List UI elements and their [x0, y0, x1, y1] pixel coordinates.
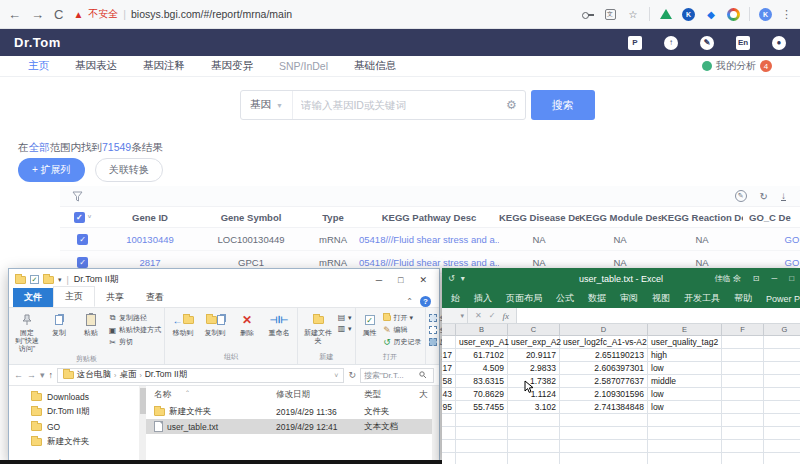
cell[interactable]: [722, 388, 764, 401]
minimize-icon[interactable]: ─: [376, 275, 382, 285]
undo-icon[interactable]: ↺: [448, 274, 455, 283]
bookmark-star-icon[interactable]: ☆: [626, 7, 640, 21]
cell[interactable]: 2.651190213: [560, 349, 648, 362]
sheet-row[interactable]: [442, 440, 800, 453]
tab-insert[interactable]: 插入: [467, 292, 499, 305]
cell[interactable]: 4.509: [456, 362, 508, 375]
menu-view[interactable]: 查看: [135, 288, 175, 307]
tab-gene-expression[interactable]: 基因表达: [75, 59, 117, 73]
tab-review[interactable]: 审阅: [613, 292, 645, 305]
cell[interactable]: 2.741384848: [560, 401, 648, 414]
col-name[interactable]: 名称⌃: [146, 389, 276, 401]
sheet-row[interactable]: 17 4.509 2.9833 2.606397301 low: [442, 362, 800, 375]
minimize-icon[interactable]: ─: [771, 274, 777, 283]
search-category-dropdown[interactable]: 基因 ▼: [241, 91, 293, 119]
tab-data[interactable]: 数据: [581, 292, 613, 305]
pointer-extension-icon[interactable]: ◆: [704, 7, 718, 21]
cell[interactable]: user_exp_A2: [508, 336, 560, 349]
tab-gene-annotation[interactable]: 基因注释: [143, 59, 185, 73]
new-folder-button[interactable]: 新建文件夹: [301, 310, 335, 345]
tab-developer[interactable]: 开发工具: [677, 292, 727, 305]
filelist-scrollbar[interactable]: [432, 386, 439, 460]
name-box[interactable]: ▾: [442, 308, 468, 323]
cell[interactable]: [722, 401, 764, 414]
colorful-extension-icon[interactable]: [727, 8, 740, 21]
cell[interactable]: [764, 362, 800, 375]
translate-icon[interactable]: 文: [605, 9, 616, 20]
chevron-down-icon[interactable]: ˅: [334, 372, 338, 379]
excel-user-name[interactable]: 佳临 余: [715, 273, 741, 284]
rename-button[interactable]: ⊣Ⅰ⊢ 重命名: [264, 310, 294, 337]
tab-formulas[interactable]: 公式: [549, 292, 581, 305]
pin-quick-access-button[interactable]: 固定到"快速访问": [12, 310, 42, 353]
refresh-icon[interactable]: ↻: [348, 370, 356, 380]
copy-button[interactable]: 复制: [44, 310, 74, 337]
cell[interactable]: 20.9117: [508, 349, 560, 362]
cell[interactable]: low: [648, 362, 722, 375]
col-gene-id[interactable]: Gene ID: [105, 212, 195, 223]
insert-function-icon[interactable]: fx: [502, 311, 509, 321]
col-header-a-partial[interactable]: [442, 324, 456, 335]
cell[interactable]: 2.587077637: [560, 375, 648, 388]
crumb-this-pc[interactable]: 这台电脑: [77, 369, 111, 381]
col-kegg-module[interactable]: KEGG Module Desc: [579, 212, 661, 223]
browser-menu-icon[interactable]: ⋮: [781, 8, 792, 21]
go-c-link[interactable]: GO:0045121: [743, 234, 800, 245]
tab-power-pivot[interactable]: Power Pivot: [759, 294, 800, 304]
gene-id-link[interactable]: 2817: [105, 257, 195, 268]
paste-shortcut-button[interactable]: ▣粘贴快捷方式: [108, 325, 161, 335]
crumb-current-folder[interactable]: Dr.Tom II期: [145, 369, 188, 381]
sheet-row[interactable]: [442, 414, 800, 427]
sheet-row[interactable]: 17 61.7102 20.9117 2.651190213 high: [442, 349, 800, 362]
excel-titlebar[interactable]: ↺ ▾ user_table.txt - Excel 佳临 余 ⊡ ─ □: [442, 268, 800, 289]
col-header-g[interactable]: G: [764, 324, 800, 335]
tab-home-partial[interactable]: 始: [444, 292, 467, 305]
col-header-e[interactable]: E: [648, 324, 722, 335]
help-icon[interactable]: ?: [420, 296, 431, 307]
gene-id-link[interactable]: 100130449: [105, 234, 195, 245]
select-all-checkbox[interactable]: ✓: [74, 212, 85, 223]
col-go-c[interactable]: GO_C De: [743, 212, 800, 223]
properties-check-icon[interactable]: ✓: [30, 275, 39, 284]
cell[interactable]: low: [648, 401, 722, 414]
cell[interactable]: [764, 401, 800, 414]
close-icon[interactable]: ✕: [419, 275, 427, 285]
cancel-icon[interactable]: ✕: [475, 311, 482, 320]
col-header-f[interactable]: F: [722, 324, 764, 335]
cell[interactable]: 2.109301596: [560, 388, 648, 401]
crumb-desktop[interactable]: 桌面: [119, 369, 136, 381]
chevron-down-icon[interactable]: ˅: [88, 214, 92, 220]
sheet-row[interactable]: 95 55.7455 3.102 2.741384848 low: [442, 401, 800, 414]
language-en-icon[interactable]: En: [736, 36, 750, 50]
search-input[interactable]: [293, 92, 498, 118]
chevron-down-icon[interactable]: ▾: [40, 370, 45, 380]
folder-icon[interactable]: [43, 276, 54, 284]
paste-button[interactable]: 粘贴: [76, 310, 106, 337]
profile-avatar[interactable]: K: [759, 8, 772, 21]
nav-new-folder[interactable]: 新建文件夹: [9, 434, 139, 450]
copy-path-button[interactable]: ⧉复制路径: [108, 313, 161, 323]
expand-columns-button[interactable]: + 扩展列: [18, 158, 85, 182]
cell[interactable]: [764, 375, 800, 388]
site-logo[interactable]: Dr.Tom: [14, 35, 61, 50]
open-button[interactable]: 打开 ▾: [383, 313, 422, 323]
nav-drtom-folder[interactable]: Dr.Tom II期: [9, 404, 139, 420]
cell[interactable]: low: [648, 388, 722, 401]
sheet-row[interactable]: 43 70.8629 1.1124 2.109301596 low: [442, 388, 800, 401]
cell[interactable]: [722, 362, 764, 375]
edit-button[interactable]: ✎编辑: [383, 325, 422, 335]
cell[interactable]: user_log2fc_A1-vs-A2: [560, 336, 648, 349]
search-settings-gear-icon[interactable]: ⚙: [498, 98, 525, 112]
easy-access-button[interactable]: ▥▾: [337, 324, 352, 333]
k-extension-icon[interactable]: K: [682, 8, 695, 21]
explorer-search-input[interactable]: [361, 371, 419, 380]
search-button[interactable]: 搜索: [531, 90, 595, 120]
col-header-c[interactable]: C: [508, 324, 560, 335]
cell[interactable]: 1.1124: [508, 388, 560, 401]
cell[interactable]: 17: [442, 349, 456, 362]
row-checkbox[interactable]: ✓: [77, 234, 88, 245]
nav-go-folder[interactable]: GO: [9, 420, 139, 434]
navpane-scrollbar[interactable]: [139, 386, 147, 460]
cell[interactable]: high: [648, 349, 722, 362]
cell[interactable]: 1.7382: [508, 375, 560, 388]
